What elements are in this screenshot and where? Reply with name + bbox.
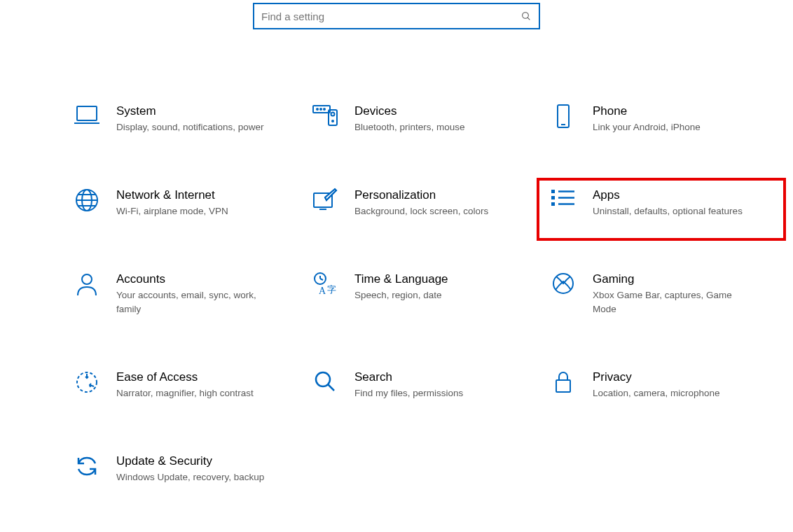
- card-devices[interactable]: Devices Bluetooth, printers, mouse: [308, 99, 546, 139]
- svg-rect-20: [551, 190, 555, 193]
- devices-icon: [308, 104, 342, 127]
- magnifier-icon: [308, 370, 342, 393]
- svg-line-35: [329, 385, 335, 391]
- phone-icon: [546, 104, 580, 129]
- card-privacy[interactable]: Privacy Location, camera, microphone: [546, 365, 785, 405]
- svg-text:字: 字: [327, 284, 336, 295]
- card-title: Ease of Access: [116, 370, 254, 385]
- card-desc: Wi-Fi, airplane mode, VPN: [116, 204, 228, 218]
- card-title: Time & Language: [354, 272, 448, 287]
- update-icon: [70, 454, 104, 479]
- card-network[interactable]: Network & Internet Wi-Fi, airplane mode,…: [70, 183, 308, 223]
- card-desc: Location, camera, microphone: [593, 386, 720, 400]
- card-desc: Link your Android, iPhone: [593, 120, 701, 134]
- svg-point-6: [320, 108, 322, 110]
- card-apps[interactable]: Apps Uninstall, defaults, optional featu…: [538, 179, 785, 239]
- settings-grid: System Display, sound, notifications, po…: [0, 99, 793, 489]
- svg-rect-36: [556, 380, 570, 392]
- paint-icon: [308, 188, 342, 211]
- lock-icon: [546, 370, 580, 395]
- card-desc: Background, lock screen, colors: [354, 204, 488, 218]
- card-search[interactable]: Search Find my files, permissions: [308, 365, 546, 405]
- card-title: Gaming: [593, 272, 754, 287]
- card-phone[interactable]: Phone Link your Android, iPhone: [546, 99, 785, 139]
- search-container: [253, 0, 540, 29]
- card-title: System: [116, 104, 264, 119]
- card-title: Accounts: [116, 272, 277, 287]
- card-title: Personalization: [354, 188, 488, 203]
- apps-list-icon: [546, 188, 580, 209]
- xbox-icon: [546, 272, 580, 295]
- card-personalization[interactable]: Personalization Background, lock screen,…: [308, 183, 546, 223]
- card-update-security[interactable]: Update & Security Windows Update, recove…: [70, 449, 308, 489]
- card-title: Update & Security: [116, 454, 264, 469]
- search-icon: [520, 10, 532, 22]
- svg-point-34: [316, 372, 330, 386]
- card-desc: Display, sound, notifications, power: [116, 120, 264, 134]
- card-desc: Find my files, permissions: [354, 386, 463, 400]
- svg-point-0: [523, 13, 529, 19]
- card-gaming[interactable]: Gaming Xbox Game Bar, captures, Game Mod…: [546, 267, 785, 321]
- card-desc: Windows Update, recovery, backup: [116, 470, 264, 484]
- search-box[interactable]: [253, 3, 540, 29]
- svg-rect-22: [551, 202, 555, 206]
- svg-point-9: [331, 113, 335, 116]
- card-system[interactable]: System Display, sound, notifications, po…: [70, 99, 308, 139]
- card-time-language[interactable]: A 字 Time & Language Speech, region, date: [308, 267, 546, 321]
- svg-point-26: [82, 274, 92, 284]
- svg-rect-21: [551, 196, 555, 200]
- card-title: Phone: [593, 104, 701, 119]
- time-language-icon: A 字: [308, 272, 342, 297]
- svg-point-10: [332, 120, 333, 122]
- svg-rect-2: [77, 106, 97, 120]
- svg-text:A: A: [319, 286, 326, 296]
- card-title: Network & Internet: [116, 188, 228, 203]
- svg-line-1: [527, 18, 530, 20]
- ease-of-access-icon: [70, 370, 104, 395]
- card-accounts[interactable]: Accounts Your accounts, email, sync, wor…: [70, 267, 308, 321]
- search-input[interactable]: [261, 10, 520, 22]
- globe-icon: [70, 188, 104, 213]
- card-title: Search: [354, 370, 463, 385]
- svg-point-5: [317, 108, 318, 110]
- card-desc: Xbox Game Bar, captures, Game Mode: [593, 288, 754, 316]
- card-desc: Speech, region, date: [354, 288, 448, 302]
- card-desc: Your accounts, email, sync, work, family: [116, 288, 277, 316]
- card-title: Apps: [593, 188, 743, 203]
- card-desc: Bluetooth, printers, mouse: [354, 120, 465, 134]
- svg-line-29: [320, 279, 323, 280]
- card-ease-of-access[interactable]: Ease of Access Narrator, magnifier, high…: [70, 365, 308, 405]
- laptop-icon: [70, 104, 104, 127]
- person-icon: [70, 272, 104, 297]
- card-desc: Uninstall, defaults, optional features: [593, 204, 743, 218]
- card-title: Privacy: [593, 370, 720, 385]
- card-title: Devices: [354, 104, 465, 119]
- card-desc: Narrator, magnifier, high contrast: [116, 386, 254, 400]
- svg-point-7: [324, 108, 325, 110]
